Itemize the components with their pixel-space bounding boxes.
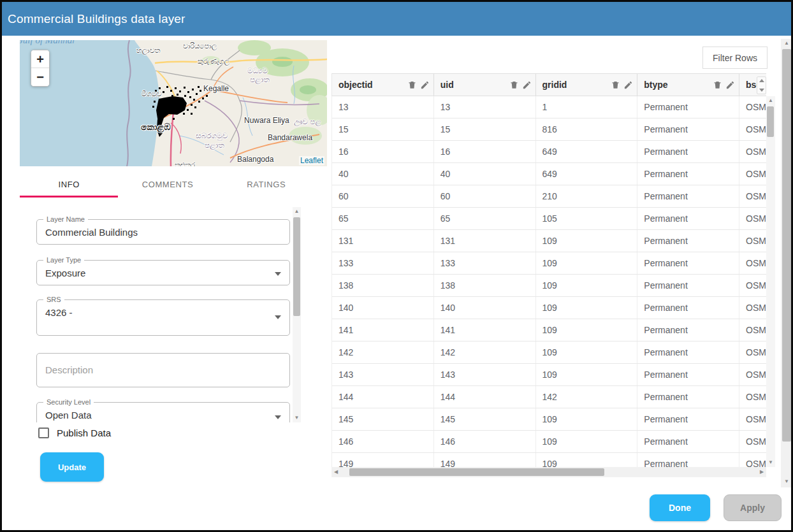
cell-btype[interactable]: Permanent (637, 341, 739, 363)
table-hscroll-track[interactable] (340, 467, 757, 477)
column-header-gridid[interactable]: gridid (536, 74, 638, 96)
table-horizontal-scrollbar[interactable]: ◀ ▶ (331, 467, 766, 477)
cell-gridid[interactable]: 109 (536, 275, 638, 296)
cell-objectid[interactable]: 142 (332, 341, 434, 363)
delete-column-icon[interactable] (509, 80, 519, 90)
cell-objectid[interactable]: 13 (332, 96, 434, 118)
tab-ratings[interactable]: RATINGS (217, 173, 316, 197)
cell-uid[interactable]: 141 (434, 319, 536, 341)
cell-objectid[interactable]: 15 (332, 119, 434, 140)
column-header-bsource[interactable]: bsource (739, 74, 766, 96)
cell-bsource[interactable]: OSM (739, 319, 766, 341)
cell-bsource[interactable]: OSM (739, 163, 766, 185)
table-row[interactable]: 141141109PermanentOSM (332, 319, 766, 341)
table-row[interactable]: 1515816PermanentOSM (332, 119, 766, 141)
cell-bsource[interactable]: OSM (739, 297, 766, 319)
cell-btype[interactable]: Permanent (637, 364, 739, 385)
done-button[interactable]: Done (650, 494, 710, 521)
table-row[interactable]: 149149109PermanentOSM (332, 453, 766, 467)
table-hscroll-thumb[interactable] (349, 468, 604, 476)
column-sort-stepper[interactable] (757, 76, 766, 94)
cell-objectid[interactable]: 65 (332, 208, 434, 229)
table-vertical-scrollbar[interactable]: ▲ ▼ (766, 96, 775, 467)
cell-gridid[interactable]: 109 (536, 431, 638, 452)
dialog-scrollbar-thumb[interactable] (782, 49, 791, 442)
cell-gridid[interactable]: 109 (536, 319, 638, 341)
cell-uid[interactable]: 146 (434, 431, 536, 452)
cell-uid[interactable]: 142 (434, 341, 536, 363)
cell-uid[interactable]: 149 (434, 453, 536, 467)
cell-btype[interactable]: Permanent (637, 431, 739, 452)
cell-objectid[interactable]: 146 (332, 431, 434, 452)
cell-gridid[interactable]: 109 (536, 408, 638, 430)
cell-objectid[interactable]: 60 (332, 185, 434, 207)
cell-objectid[interactable]: 149 (332, 453, 434, 467)
table-row[interactable]: 4040649PermanentOSM (332, 163, 766, 185)
scroll-up-icon[interactable]: ▲ (766, 96, 775, 105)
publish-data-checkbox[interactable] (38, 428, 49, 438)
column-header-objectid[interactable]: objectid (332, 74, 434, 96)
cell-gridid[interactable]: 1 (536, 96, 638, 118)
apply-button[interactable]: Apply (724, 494, 782, 521)
form-scrollbar-thumb[interactable] (293, 217, 300, 316)
tab-info[interactable]: INFO (20, 173, 119, 197)
cell-bsource[interactable]: OSM (739, 275, 766, 296)
cell-uid[interactable]: 145 (434, 408, 536, 430)
table-row[interactable]: 146146109PermanentOSM (332, 431, 766, 453)
cell-gridid[interactable]: 105 (536, 208, 638, 229)
cell-uid[interactable]: 13 (434, 96, 536, 118)
table-row[interactable]: 138138109PermanentOSM (332, 275, 766, 297)
cell-uid[interactable]: 131 (434, 230, 536, 252)
cell-uid[interactable]: 143 (434, 364, 536, 385)
cell-btype[interactable]: Permanent (637, 386, 739, 408)
map-zoom-in-button[interactable]: + (31, 50, 49, 68)
description-field[interactable]: Description (36, 353, 290, 387)
scroll-up-icon[interactable]: ▲ (781, 39, 792, 48)
cell-btype[interactable]: Permanent (637, 453, 739, 467)
table-row[interactable]: 144144142PermanentOSM (332, 386, 766, 408)
cell-gridid[interactable]: 816 (536, 119, 638, 140)
cell-gridid[interactable]: 109 (536, 453, 638, 467)
cell-uid[interactable]: 138 (434, 275, 536, 296)
edit-column-icon[interactable] (522, 80, 532, 90)
cell-objectid[interactable]: 143 (332, 364, 434, 385)
map[interactable]: Gulf of Mannarහලාවතවාරියපොලකුරුණෑගලමධ්‍ය… (20, 40, 327, 166)
edit-column-icon[interactable] (725, 80, 735, 90)
cell-bsource[interactable]: OSM (739, 119, 766, 140)
tab-comments[interactable]: COMMENTS (119, 173, 217, 197)
column-header-uid[interactable]: uid (434, 74, 536, 96)
table-row[interactable]: 140140109PermanentOSM (332, 297, 766, 319)
cell-objectid[interactable]: 131 (332, 230, 434, 252)
cell-uid[interactable]: 16 (434, 141, 536, 162)
cell-btype[interactable]: Permanent (637, 208, 739, 229)
form-scrollbar[interactable]: ▲ ▼ (293, 207, 301, 422)
table-row[interactable]: 6565105PermanentOSM (332, 208, 766, 230)
cell-bsource[interactable]: OSM (739, 96, 766, 118)
cell-btype[interactable]: Permanent (637, 185, 739, 207)
cell-btype[interactable]: Permanent (637, 230, 739, 252)
sort-up-icon[interactable] (759, 79, 764, 82)
cell-objectid[interactable]: 133 (332, 252, 434, 274)
cell-bsource[interactable]: OSM (739, 208, 766, 229)
cell-objectid[interactable]: 145 (332, 408, 434, 430)
cell-objectid[interactable]: 140 (332, 297, 434, 319)
cell-bsource[interactable]: OSM (739, 386, 766, 408)
map-zoom-out-button[interactable]: − (31, 68, 49, 86)
cell-uid[interactable]: 15 (434, 119, 536, 140)
table-row[interactable]: 1616649PermanentOSM (332, 141, 766, 163)
dialog-scrollbar[interactable]: ▲ ▼ (781, 39, 792, 487)
cell-gridid[interactable]: 210 (536, 185, 638, 207)
table-row[interactable]: 142142109PermanentOSM (332, 341, 766, 364)
table-row[interactable]: 131131109PermanentOSM (332, 230, 766, 252)
sort-down-icon[interactable] (759, 89, 764, 92)
cell-objectid[interactable]: 141 (332, 319, 434, 341)
security-level-select[interactable]: Security Level Open Data (36, 402, 290, 422)
cell-gridid[interactable]: 142 (536, 386, 638, 408)
scroll-down-icon[interactable]: ▼ (781, 477, 792, 486)
scroll-up-icon[interactable]: ▲ (293, 207, 301, 216)
cell-bsource[interactable]: OSM (739, 185, 766, 207)
delete-column-icon[interactable] (611, 80, 620, 90)
cell-gridid[interactable]: 649 (536, 163, 638, 185)
scroll-right-icon[interactable]: ▶ (757, 467, 766, 477)
cell-btype[interactable]: Permanent (637, 319, 739, 341)
